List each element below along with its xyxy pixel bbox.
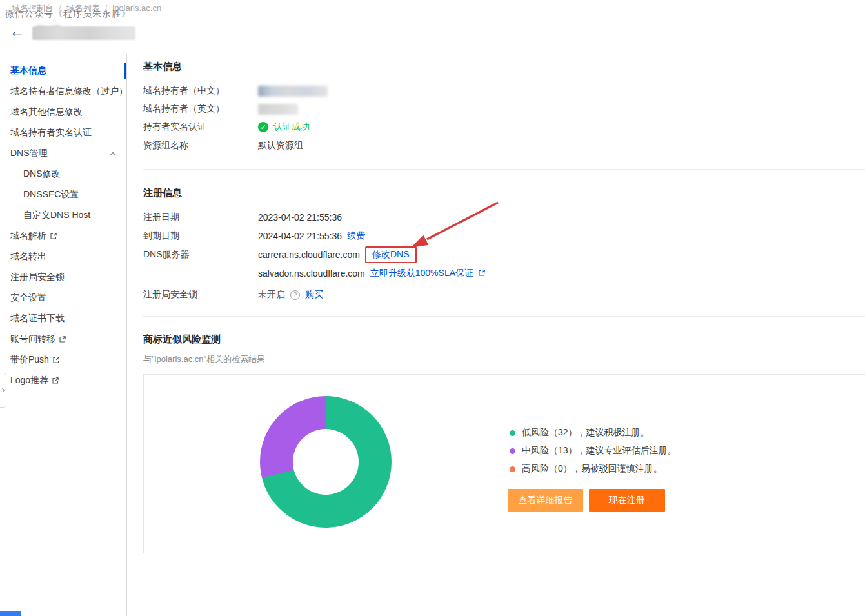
sidebar-item-basic-info[interactable]: 基本信息 — [0, 61, 126, 81]
register-date-label: 注册日期 — [143, 212, 258, 223]
holder-en-value-redacted — [258, 104, 298, 115]
holder-en-label: 域名持有者（英文） — [143, 103, 258, 115]
domain-detail-page: 域名控制台/域名列表/lpolaris.ac.cn 微信公众号《程序员朱永胜》 … — [0, 0, 865, 616]
sidebar-item-push-with-price[interactable]: 带价Push — [0, 350, 126, 370]
basic-info-title: 基本信息 — [143, 61, 182, 73]
sidebar-item-holder-realname[interactable]: 域名持有者实名认证 — [0, 123, 126, 143]
section-divider — [143, 316, 865, 317]
sidebar-item-account-transfer[interactable]: 账号间转移 — [0, 329, 126, 350]
expire-date-value: 2024-04-02 21:55:36 — [258, 231, 342, 241]
sidebar-item-other-info-modify[interactable]: 域名其他信息修改 — [0, 102, 126, 123]
resource-group-value: 默认资源组 — [258, 140, 303, 152]
trademark-title: 商标近似风险监测 — [143, 333, 221, 346]
holder-cn-row: 域名持有者（中文） — [143, 83, 328, 99]
external-link-icon — [50, 232, 57, 240]
sidebar-nav: 基本信息 域名持有者信息修改（过户） 域名其他信息修改 域名持有者实名认证 DN… — [0, 61, 126, 391]
buy-lock-link[interactable]: 购买 — [305, 289, 323, 301]
holder-en-row: 域名持有者（英文） — [143, 101, 298, 117]
sidebar-item-dns-management[interactable]: DNS管理 — [0, 143, 126, 164]
sla-upgrade-link[interactable]: 立即升级获100%SLA保证 — [370, 268, 486, 279]
dns-server-label: DNS服务器 — [143, 249, 258, 261]
trademark-risk-panel — [143, 374, 865, 553]
external-link-icon — [59, 335, 66, 343]
sidebar-item-registry-lock[interactable]: 注册局安全锁 — [0, 267, 126, 288]
resource-group-label: 资源组名称 — [143, 140, 258, 152]
scrollbar-thumb[interactable] — [0, 611, 21, 616]
sidebar-item-custom-dns-host[interactable]: 自定义DNS Host — [0, 205, 126, 226]
registry-lock-label: 注册局安全锁 — [143, 289, 258, 301]
resource-group-row: 资源组名称 默认资源组 — [143, 137, 303, 154]
realname-label: 持有者实名认证 — [143, 121, 258, 133]
page-title-redaction-blur — [32, 26, 135, 40]
dns-server-row: DNS服务器 carrera.ns.cloudflare.com 修改DNS — [143, 245, 417, 264]
external-link-icon — [52, 356, 60, 364]
register-date-value: 2023-04-02 21:55:36 — [258, 212, 342, 223]
donut-chart-hole — [293, 429, 359, 495]
dns-server-1-value: carrera.ns.cloudflare.com — [258, 250, 360, 260]
trademark-subtitle: 与"lpolaris.ac.cn"相关的检索结果 — [143, 353, 265, 365]
legend-high-risk: 高风险（0），易被驳回谨慎注册。 — [510, 463, 662, 475]
view-report-button[interactable]: 查看详细报告 — [508, 489, 583, 512]
external-link-icon — [478, 269, 486, 277]
sidebar-item-domain-transfer-out[interactable]: 域名转出 — [0, 246, 126, 267]
modify-dns-link[interactable]: 修改DNS — [365, 246, 417, 263]
registry-lock-status: 未开启 — [258, 289, 285, 301]
legend-dot-mid — [510, 448, 515, 454]
sidebar-item-logo-recommend[interactable]: Logo推荐 — [0, 370, 126, 391]
expire-date-row: 到期日期 2024-04-02 21:55:36 续费 — [143, 228, 365, 244]
watermark-text: 微信公众号《程序员朱永胜》 — [5, 8, 131, 20]
realname-row: 持有者实名认证 ✓ 认证成功 — [143, 119, 310, 135]
renew-link[interactable]: 续费 — [347, 230, 365, 242]
back-arrow-icon[interactable]: ← — [9, 23, 25, 39]
section-divider — [143, 169, 865, 170]
sidebar-item-dnssec[interactable]: DNSSEC设置 — [0, 184, 126, 205]
register-now-button[interactable]: 现在注册 — [589, 489, 665, 512]
legend-low-risk: 低风险（32），建议积极注册。 — [510, 427, 650, 439]
registration-title: 注册信息 — [143, 187, 182, 199]
dns-server-2-value: salvador.ns.cloudflare.com — [258, 268, 365, 279]
dns-server-row-2: salvador.ns.cloudflare.com 立即升级获100%SLA保… — [143, 265, 486, 282]
sidebar-item-certificate-download[interactable]: 域名证书下载 — [0, 308, 126, 329]
expire-date-label: 到期日期 — [143, 230, 258, 242]
legend-dot-low — [510, 430, 515, 436]
sidebar-item-security-settings[interactable]: 安全设置 — [0, 288, 126, 308]
realname-status: 认证成功 — [273, 121, 310, 133]
success-check-icon: ✓ — [258, 122, 268, 132]
chevron-right-icon — [1, 388, 5, 393]
holder-cn-value-redacted — [258, 86, 328, 97]
sidebar-item-dns-resolve[interactable]: 域名解析 — [0, 226, 126, 246]
legend-mid-risk: 中风险（13），建议专业评估后注册。 — [510, 445, 677, 457]
sidebar-collapse-handle[interactable] — [0, 373, 6, 408]
holder-cn-label: 域名持有者（中文） — [143, 85, 258, 97]
sidebar-divider — [126, 54, 127, 616]
sidebar-item-dns-modify[interactable]: DNS修改 — [0, 164, 126, 184]
chevron-up-icon[interactable] — [110, 152, 116, 156]
sidebar-item-holder-info-transfer[interactable]: 域名持有者信息修改（过户） — [0, 81, 126, 102]
help-question-icon[interactable]: ? — [290, 290, 300, 300]
register-date-row: 注册日期 2023-04-02 21:55:36 — [143, 209, 342, 226]
external-link-icon — [52, 377, 59, 384]
legend-dot-high — [510, 466, 515, 472]
registry-lock-row: 注册局安全锁 未开启 ? 购买 — [143, 286, 323, 303]
